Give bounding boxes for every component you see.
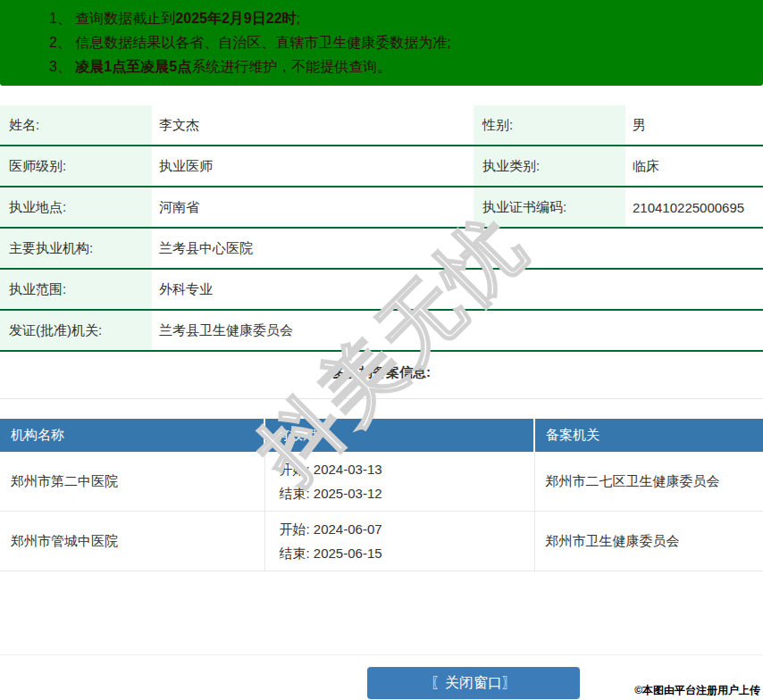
- notice-text: 系统进行维护，不能提供查询。: [191, 59, 391, 74]
- org-name-cell: 郑州市第二中医院: [0, 452, 264, 512]
- notice-banner: 1、 查询数据截止到2025年2月9日22时; 2、 信息数据结果以各省、自治区…: [0, 0, 763, 86]
- validity-start: 开始: 2024-06-07: [280, 517, 534, 541]
- info-value-certificate-number: 210410225000695: [625, 187, 763, 228]
- table-header-row: 机构名称 有效期 备案机关: [0, 419, 763, 452]
- notice-line-2: 2、 信息数据结果以各省、自治区、直辖市卫生健康委数据为准;: [49, 30, 754, 54]
- close-window-button[interactable]: 〖关闭窗口〗: [367, 667, 580, 699]
- info-label-main-institution: 主要执业机构:: [0, 228, 152, 269]
- copyright-note: ©本图由平台注册用户上传: [634, 683, 760, 698]
- notice-bold-text: 2025年2月9日22时: [175, 11, 296, 26]
- column-header-authority: 备案机关: [534, 419, 763, 452]
- validity-cell: 开始: 2024-06-07 结束: 2025-06-15: [264, 512, 534, 571]
- info-value-issuing-authority: 兰考县卫生健康委员会: [152, 310, 763, 351]
- info-label-practice-location: 执业地点:: [0, 187, 152, 228]
- info-value-practice-location: 河南省: [152, 187, 474, 228]
- table-row: 发证(批准)机关: 兰考县卫生健康委员会: [0, 310, 763, 351]
- section-title-multi-org: 多机构备案信息:: [0, 364, 763, 381]
- footer-divider: [0, 654, 763, 655]
- notice-line-3: 3、 凌晨1点至凌晨5点系统进行维护，不能提供查询。: [49, 54, 754, 79]
- table-row: 医师级别: 执业医师 执业类别: 临床: [0, 146, 763, 187]
- notice-text: 3、: [49, 59, 75, 74]
- org-name-cell: 郑州市管城中医院: [0, 512, 264, 571]
- table-row: 主要执业机构: 兰考县中心医院: [0, 228, 763, 269]
- notice-line-1: 1、 查询数据截止到2025年2月9日22时;: [49, 6, 754, 30]
- section-divider: [0, 398, 763, 399]
- validity-start: 开始: 2024-03-13: [280, 457, 534, 481]
- info-label-issuing-authority: 发证(批准)机关:: [0, 310, 152, 351]
- column-header-org-name: 机构名称: [0, 419, 264, 452]
- validity-end: 结束: 2025-03-12: [280, 481, 534, 505]
- info-value-practice-category: 临床: [625, 146, 763, 187]
- info-label-doctor-level: 医师级别:: [0, 146, 152, 187]
- notice-bold-text: 凌晨1点至凌晨5点: [75, 59, 191, 74]
- doctor-info-table: 姓名: 李文杰 性别: 男 医师级别: 执业医师 执业类别: 临床 执业地点: …: [0, 105, 763, 352]
- info-value-main-institution: 兰考县中心医院: [152, 228, 763, 269]
- table-row: 执业地点: 河南省 执业证书编码: 210410225000695: [0, 187, 763, 228]
- info-label-practice-category: 执业类别:: [474, 146, 625, 187]
- authority-cell: 郑州市卫生健康委员会: [534, 512, 763, 571]
- info-value-name: 李文杰: [152, 105, 474, 146]
- table-row: 执业范围: 外科专业: [0, 269, 763, 310]
- authority-cell: 郑州市二七区卫生健康委员会: [534, 452, 763, 512]
- info-label-gender: 性别:: [474, 105, 625, 146]
- info-label-certificate-number: 执业证书编码:: [474, 187, 625, 228]
- info-value-gender: 男: [625, 105, 763, 146]
- info-value-doctor-level: 执业医师: [152, 146, 474, 187]
- info-label-practice-scope: 执业范围:: [0, 269, 152, 310]
- notice-text: 2、 信息数据结果以各省、自治区、直辖市卫生健康委数据为准;: [49, 35, 451, 50]
- notice-text: ;: [297, 11, 300, 26]
- info-label-name: 姓名:: [0, 105, 152, 146]
- table-row: 姓名: 李文杰 性别: 男: [0, 105, 763, 146]
- validity-cell: 开始: 2024-03-13 结束: 2025-03-12: [264, 452, 534, 512]
- validity-end: 结束: 2025-06-15: [280, 541, 534, 565]
- info-value-practice-scope: 外科专业: [152, 269, 763, 310]
- notice-text: 1、 查询数据截止到: [49, 11, 175, 26]
- table-row: 郑州市第二中医院 开始: 2024-03-13 结束: 2025-03-12 郑…: [0, 452, 763, 512]
- multi-org-registration-table: 机构名称 有效期 备案机关 郑州市第二中医院 开始: 2024-03-13 结束…: [0, 419, 763, 571]
- column-header-validity: 有效期: [264, 419, 534, 452]
- table-row: 郑州市管城中医院 开始: 2024-06-07 结束: 2025-06-15 郑…: [0, 512, 763, 571]
